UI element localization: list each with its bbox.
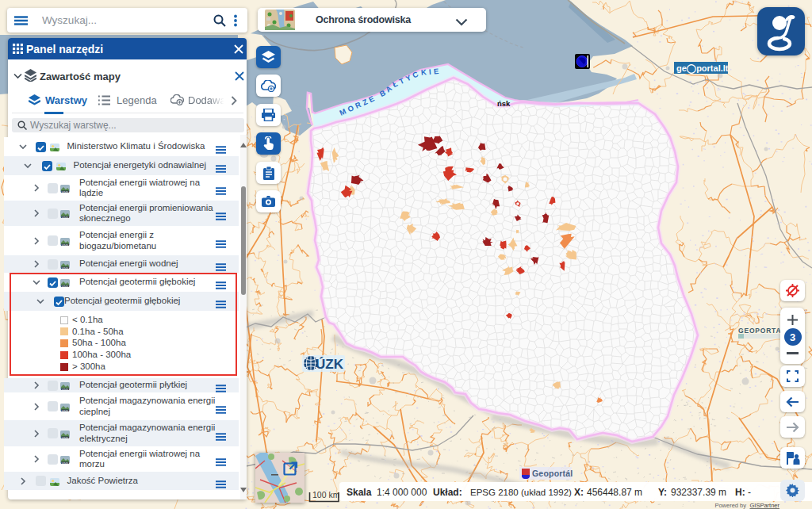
svg-text:WMS: WMS bbox=[62, 388, 69, 390]
svg-text:WMS: WMS bbox=[62, 409, 69, 411]
svg-text:ńsk: ńsk bbox=[497, 99, 511, 108]
svg-text:WMS: WMS bbox=[62, 216, 69, 218]
svg-text:GISPartner: GISPartner bbox=[749, 502, 779, 509]
svg-text:ÚZK: ÚZK bbox=[316, 357, 344, 372]
svg-text:WMS: WMS bbox=[62, 191, 69, 193]
svg-text:100 km: 100 km bbox=[312, 490, 340, 499]
svg-text:WMS: WMS bbox=[62, 462, 69, 464]
svg-text:Geoportál: Geoportál bbox=[532, 469, 573, 478]
svg-text:WMS: WMS bbox=[62, 267, 69, 269]
svg-text:WMS: WMS bbox=[62, 436, 69, 438]
svg-text:Powered by: Powered by bbox=[714, 502, 746, 509]
svg-text:ge◯portal.lt: ge◯portal.lt bbox=[676, 63, 729, 74]
svg-text:WMS: WMS bbox=[62, 243, 69, 245]
